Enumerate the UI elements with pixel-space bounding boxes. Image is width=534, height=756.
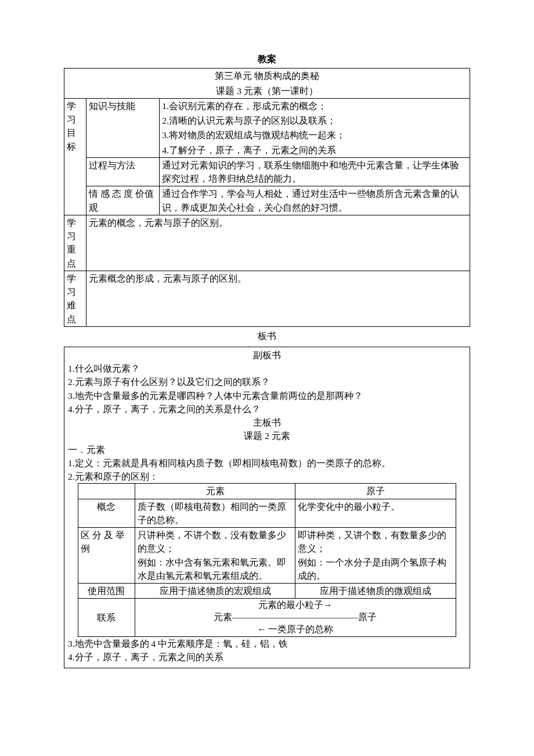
obj-knowledge-line4: 4.了解分子，原子，离子，元素之间的关系 [160, 143, 470, 158]
board-q4: 4.分子，原子，离子，元素之间的关系是什么？ [68, 402, 466, 416]
keypoint-label: 学 习重 点 [64, 215, 86, 271]
section1-heading: 一．元素 [68, 443, 466, 456]
board-q2: 2.元素与原子有什么区别？以及它们之间的联系？ [68, 375, 466, 388]
comparison-table: 元素 原子 概念 质子数（即核电荷数）相同的一类原子的总称。 化学变化中的最小粒… [78, 483, 456, 637]
board-content-cell: 副板书 1.什么叫做元素？ 2.元素与原子有什么区别？以及它们之间的联系？ 3.… [64, 347, 470, 668]
th-atom: 原子 [295, 484, 456, 499]
row-scope-element: 应用于描述物质的宏观组成 [135, 584, 295, 599]
difficulty-label: 学 习难 点 [64, 271, 86, 326]
obj-knowledge-line3: 3.将对物质的宏观组成与微观结构统一起来； [160, 128, 470, 142]
board-q1: 1.什么叫做元素？ [68, 362, 466, 375]
main-board-topic: 课题 2 元素 [68, 429, 466, 442]
row-diff-atom: 即讲种类，又讲个数，有数量多少的意义； 例如：一个水分子是由两个氢原子构成的。 [295, 528, 456, 584]
obj-attitude-label: 情 感 态 度 价值观 [86, 186, 160, 215]
relation-top-line: 元素的最小粒子→ [138, 599, 453, 611]
relation-bottom-line: ← 一类原子的总称 [138, 624, 453, 636]
difficulty-text: 元素概念的形成，元素与原子的区别。 [86, 271, 470, 326]
obj-process-text: 通过对元素知识的学习，联系生物细胞中和地壳中元素含量，让学生体验探究过程，培养归… [160, 157, 470, 186]
row-link-diagram: 元素的最小粒子→ 元素——————————————原子 ← 一类原子的总称 [135, 599, 456, 637]
unit-title: 第三单元 物质构成的奥秘 [64, 69, 470, 84]
board-heading: 板书 [64, 326, 470, 347]
main-board-heading: 主板书 [68, 416, 466, 429]
lesson-plan-table: 第三单元 物质构成的奥秘 课题 3 元素（第一课时） 学习目标 知识与技能 1.… [64, 68, 470, 668]
keypoint-text: 元素的概念，元素与原子的区别。 [86, 215, 470, 271]
row-concept-element: 质子数（即核电荷数）相同的一类原子的总称。 [135, 499, 295, 528]
row-scope-atom: 应用于描述物质的微观组成 [295, 584, 456, 599]
row-concept-atom: 化学变化中的最小粒子。 [295, 499, 456, 528]
page-title: 教案 [64, 52, 470, 66]
row-diff-element: 只讲种类，不讲个数，没有数量多少的意义； 例如：水中含有氢元素和氧元素。即水是由… [135, 528, 295, 584]
board-q3: 3.地壳中含量最多的元素是哪四种？人体中元素含量前两位的是那两种？ [68, 389, 466, 402]
definition-line: 1.定义：元素就是具有相同核内质子数（即相同核电荷数）的一类原子的总称。 [68, 456, 466, 470]
note3: 3.地壳中含量最多的 4 中元素顺序是：氧，硅，铝，铁 [68, 637, 466, 650]
obj-process-label: 过程与方法 [86, 157, 160, 186]
th-element: 元素 [135, 484, 295, 499]
row-link-label: 联系 [78, 599, 135, 637]
diff-label: 2.元素和原子的区别： [68, 470, 466, 483]
obj-knowledge-line2: 2.清晰的认识元素与原子的区别以及联系； [160, 113, 470, 128]
row-concept-label: 概念 [78, 499, 135, 528]
lesson-title: 课题 3 元素（第一课时） [64, 84, 470, 99]
row-diff-label: 区 分 及 举例 [78, 528, 135, 584]
obj-knowledge-label: 知识与技能 [86, 98, 160, 157]
obj-attitude-text: 通过合作学习，学会与人相处，通过对生活中一些物质所含元素含量的认识，养成更加关心… [160, 186, 470, 215]
objectives-row-label: 学习目标 [64, 98, 86, 215]
obj-knowledge-line1: 1.会识别元素的存在，形成元素的概念； [160, 98, 470, 113]
relation-mid-line: 元素——————————————原子 [138, 611, 453, 624]
note4: 4.分子，原子，离子，元素之间的关系 [68, 650, 466, 664]
sub-board-heading: 副板书 [68, 348, 466, 362]
row-scope-label: 使用范围 [78, 584, 135, 599]
